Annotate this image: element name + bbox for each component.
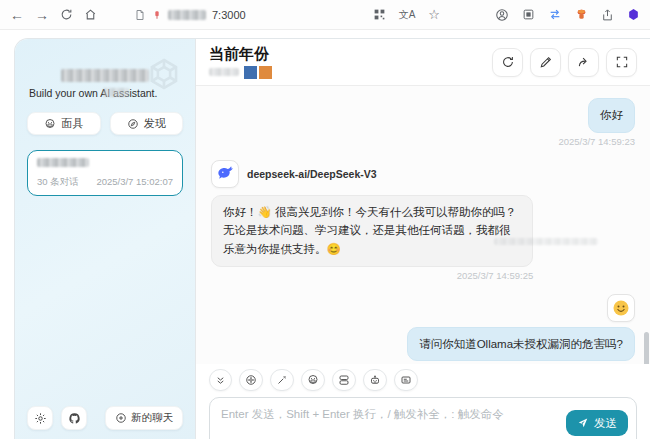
sidebar: Build your own AI assistant. 面具 发现 30 条对… bbox=[15, 39, 195, 439]
subtitle-orange-square bbox=[259, 66, 272, 79]
prompt-button[interactable] bbox=[270, 369, 294, 391]
vpn-extension-icon[interactable] bbox=[575, 8, 588, 22]
purple-extension-icon[interactable] bbox=[627, 8, 640, 21]
message-bubble[interactable]: 你好 bbox=[588, 98, 635, 133]
chat-scrollbar-thumb[interactable] bbox=[644, 332, 649, 364]
browser-toolbar: ← → 7:3000 文A ☆ bbox=[0, 0, 650, 30]
url-port-text: 7:3000 bbox=[212, 9, 246, 21]
share-icon[interactable] bbox=[601, 8, 614, 22]
theme-button[interactable] bbox=[239, 369, 263, 391]
censored-app-title bbox=[61, 69, 149, 82]
deepseek-whale-icon bbox=[216, 164, 235, 183]
fullscreen-button[interactable] bbox=[606, 48, 637, 77]
discover-button[interactable]: 发现 bbox=[110, 112, 184, 135]
censored-chat-subtitle bbox=[209, 68, 239, 76]
discover-button-label: 发现 bbox=[144, 116, 166, 131]
chat-item-time: 2025/3/7 15:02:07 bbox=[96, 176, 173, 189]
model-name: deepseek-ai/DeepSeek-V3 bbox=[247, 168, 377, 180]
smiley-emoji-icon bbox=[611, 298, 631, 318]
address-bar[interactable]: 7:3000 bbox=[134, 9, 246, 21]
message-user-2: 请问你知道Ollama未授权漏洞的危害吗? 2025/3/7 15:01:07 bbox=[211, 294, 635, 365]
screen: ← → 7:3000 文A ☆ bbox=[0, 0, 650, 439]
masks-button[interactable] bbox=[301, 369, 325, 391]
page-icon bbox=[134, 9, 146, 21]
context-break-icon bbox=[338, 374, 350, 386]
home-icon[interactable] bbox=[84, 8, 97, 21]
composer-toolbar bbox=[209, 369, 637, 391]
scroll-to-bottom-button[interactable] bbox=[209, 369, 232, 391]
chat-panel: 当前年份 bbox=[195, 39, 650, 439]
sync-arrows-icon[interactable] bbox=[548, 8, 562, 21]
model-select-button[interactable] bbox=[363, 369, 387, 391]
reload-icon[interactable] bbox=[60, 8, 73, 21]
github-button[interactable] bbox=[61, 406, 87, 430]
shortcut-panel-icon bbox=[400, 374, 412, 386]
new-chat-label: 新的聊天 bbox=[131, 411, 173, 425]
mask-button[interactable]: 面具 bbox=[27, 112, 101, 135]
chat-header-actions bbox=[492, 48, 637, 77]
theme-auto-icon bbox=[245, 374, 257, 386]
chat-subtitle bbox=[209, 65, 272, 79]
github-icon bbox=[68, 412, 81, 425]
refresh-icon bbox=[501, 55, 515, 69]
chat-header: 当前年份 bbox=[196, 39, 650, 86]
sidebar-subtitle: Build your own AI assistant. bbox=[29, 87, 183, 99]
message-timestamp: 2025/3/7 14:59:23 bbox=[558, 136, 635, 147]
gear-icon bbox=[34, 412, 47, 425]
mask-icon bbox=[307, 374, 319, 386]
paper-plane-icon bbox=[577, 417, 589, 429]
sidebar-bottom-bar: 新的聊天 bbox=[27, 406, 183, 430]
qr-code-icon[interactable] bbox=[373, 8, 386, 21]
magic-wand-icon bbox=[276, 374, 288, 386]
share-arrow-icon bbox=[577, 55, 591, 69]
message-user-1: 你好 2025/3/7 14:59:23 bbox=[211, 98, 635, 147]
message-bubble[interactable]: 请问你知道Ollama未授权漏洞的危害吗? bbox=[407, 327, 635, 362]
shortcut-button[interactable] bbox=[394, 369, 418, 391]
avatar bbox=[211, 160, 239, 188]
bookmark-star-icon[interactable]: ☆ bbox=[428, 7, 440, 22]
censored-chat-title bbox=[37, 158, 89, 167]
censored-url bbox=[168, 10, 206, 20]
mask-button-label: 面具 bbox=[61, 116, 83, 131]
chat-message-list[interactable]: 你好 2025/3/7 14:59:23 deepseek-ai/Dee bbox=[196, 86, 650, 364]
message-assistant-1: deepseek-ai/DeepSeek-V3 你好！👋 很高兴见到你！今天有什… bbox=[211, 160, 635, 281]
new-chat-button[interactable]: 新的聊天 bbox=[105, 406, 183, 430]
composer: 发送 bbox=[196, 364, 650, 439]
reload-chat-button[interactable] bbox=[492, 48, 523, 77]
pencil-icon bbox=[539, 55, 553, 69]
send-button-label: 发送 bbox=[594, 416, 617, 431]
mask-icon bbox=[44, 118, 56, 130]
input-area: 发送 bbox=[209, 397, 637, 439]
extension-icon[interactable] bbox=[522, 8, 535, 21]
chat-list-item-selected[interactable]: 30 条对话 2025/3/7 15:02:07 bbox=[27, 150, 183, 196]
settings-button[interactable] bbox=[27, 406, 53, 430]
rename-button[interactable] bbox=[530, 48, 561, 77]
message-bubble[interactable]: 你好！👋 很高兴见到你！今天有什么我可以帮助你的吗？无论是技术问题、学习建议，还… bbox=[211, 195, 533, 267]
export-button[interactable] bbox=[568, 48, 599, 77]
forward-icon[interactable]: → bbox=[35, 8, 49, 22]
translate-icon[interactable]: 文A bbox=[399, 8, 416, 22]
user-emoji-avatar bbox=[607, 294, 635, 322]
clear-context-button[interactable] bbox=[332, 369, 356, 391]
back-icon[interactable]: ← bbox=[10, 8, 24, 22]
robot-icon bbox=[369, 374, 381, 386]
censored-subtitle-word bbox=[103, 88, 129, 97]
message-timestamp: 2025/3/7 14:59:25 bbox=[457, 270, 534, 281]
censored-hover-actions bbox=[494, 238, 598, 245]
profile-icon[interactable] bbox=[495, 8, 509, 22]
subtitle-blue-square bbox=[244, 66, 257, 79]
nextchat-app: Build your own AI assistant. 面具 发现 30 条对… bbox=[14, 38, 650, 439]
send-button[interactable]: 发送 bbox=[566, 410, 628, 436]
browser-action-icons: 文A ☆ bbox=[373, 7, 640, 22]
pin-extension-icon bbox=[152, 9, 162, 21]
plus-circle-icon bbox=[115, 412, 127, 424]
chevron-double-down-icon bbox=[215, 375, 226, 386]
chat-title[interactable]: 当前年份 bbox=[209, 45, 272, 63]
discover-icon bbox=[127, 118, 139, 130]
chat-item-count: 30 条对话 bbox=[37, 176, 79, 189]
fullscreen-icon bbox=[615, 55, 629, 69]
